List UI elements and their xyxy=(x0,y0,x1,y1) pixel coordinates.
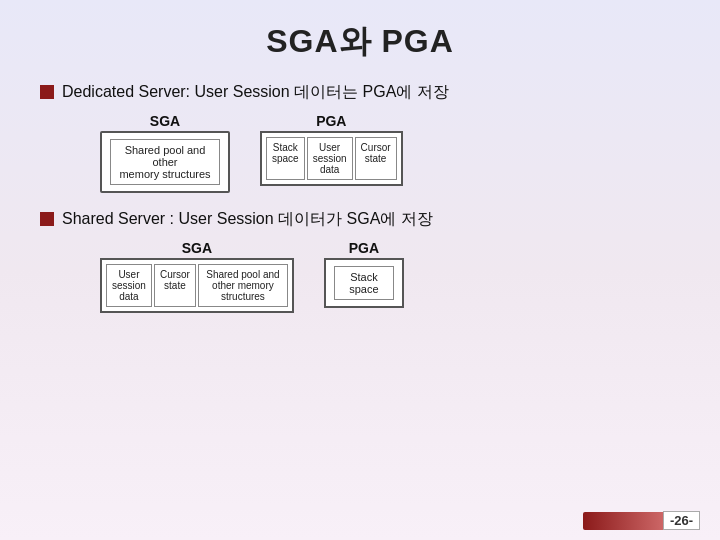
sga-box-1: Shared pool and other memory structures xyxy=(100,131,230,193)
pga-box-2: Stack space xyxy=(324,258,404,308)
pga-cursor-1: Cursor state xyxy=(355,137,397,180)
pga-group-1: PGA Stack space User session data Cursor… xyxy=(260,113,403,186)
bullet2-text: Shared Server : User Session 데이터가 SGA에 저… xyxy=(62,209,433,230)
diagram1: SGA Shared pool and other memory structu… xyxy=(100,113,680,193)
sga-label-1: SGA xyxy=(150,113,180,129)
pga-label-2: PGA xyxy=(349,240,379,256)
pga-user-1: User session data xyxy=(307,137,353,180)
slide-container: SGA와 PGA Dedicated Server: User Session … xyxy=(0,0,720,540)
bullet1: Dedicated Server: User Session 데이터는 PGA에… xyxy=(40,82,680,103)
pga-stack-2: Stack space xyxy=(334,266,394,300)
bullet-square-2 xyxy=(40,212,54,226)
pga-stack-1: Stack space xyxy=(266,137,305,180)
footer-bar xyxy=(583,512,663,530)
bullet2: Shared Server : User Session 데이터가 SGA에 저… xyxy=(40,209,680,230)
sga-boxes-2: User session data Cursor state Shared po… xyxy=(100,258,294,313)
diagram2: SGA User session data Cursor state Share… xyxy=(100,240,680,313)
pga-boxes-1: Stack space User session data Cursor sta… xyxy=(260,131,403,186)
bullet-square-1 xyxy=(40,85,54,99)
page-number: -26- xyxy=(663,511,700,530)
sga-cursor-2: Cursor state xyxy=(154,264,196,307)
section2: Shared Server : User Session 데이터가 SGA에 저… xyxy=(40,209,680,313)
pga-group-2: PGA Stack space xyxy=(324,240,404,308)
pga-label-1: PGA xyxy=(316,113,346,129)
footer: -26- xyxy=(583,511,700,530)
bullet1-text: Dedicated Server: User Session 데이터는 PGA에… xyxy=(62,82,449,103)
sga-user-2: User session data xyxy=(106,264,152,307)
sga-label-2: SGA xyxy=(182,240,212,256)
sga-group-2: SGA User session data Cursor state Share… xyxy=(100,240,294,313)
sga-group-1: SGA Shared pool and other memory structu… xyxy=(100,113,230,193)
sga-shared-2: Shared pool and other memory structures xyxy=(198,264,288,307)
sga-inner-1: Shared pool and other memory structures xyxy=(110,139,220,185)
slide-title: SGA와 PGA xyxy=(40,20,680,64)
